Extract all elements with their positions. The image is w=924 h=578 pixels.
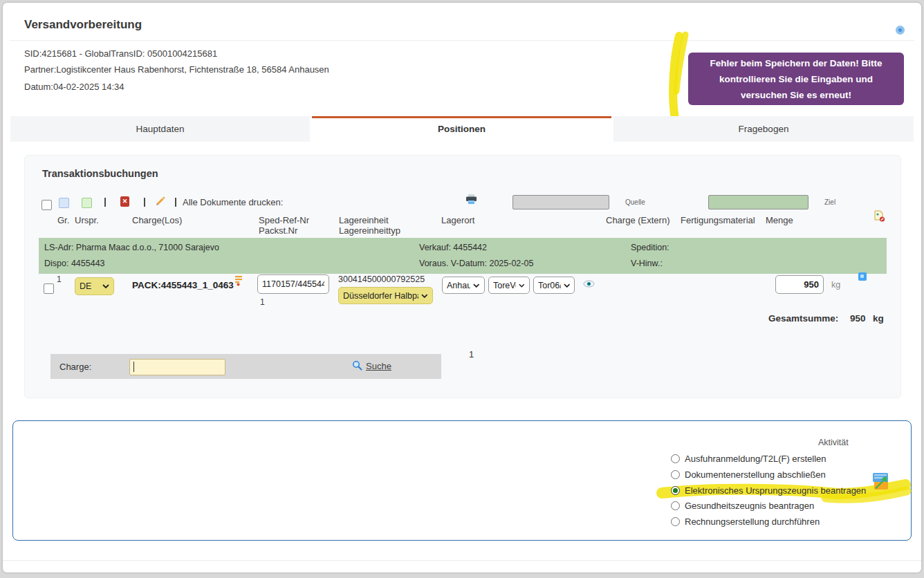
export-document-icon[interactable] bbox=[869, 469, 893, 493]
print-all-label: Alle Dokumente drucken: bbox=[183, 197, 283, 207]
col-charge-los: Charge(Los) bbox=[132, 215, 182, 225]
radio-label-gesundheitszeugnis[interactable]: Gesundheitszeugnis beantragen bbox=[685, 501, 814, 511]
toolbar-separator bbox=[104, 198, 106, 207]
chevron-down-icon bbox=[473, 283, 480, 288]
lagereinheittyp-select[interactable]: Düsseldorfer Halbpa bbox=[338, 287, 433, 304]
radio-label-ausfuhranmeldung[interactable]: Ausfuhranmeldung/T2L(F) erstellen bbox=[685, 454, 826, 464]
info-icon[interactable] bbox=[896, 26, 905, 35]
lagerort-select-1-value: Anhau bbox=[447, 281, 470, 290]
group-header-row: LS-Adr: Pharma Maac d.o.o., 71000 Saraje… bbox=[39, 238, 887, 274]
quelle-input[interactable] bbox=[512, 195, 609, 209]
total-value: 950 bbox=[850, 313, 866, 324]
text-cursor bbox=[133, 362, 134, 372]
partner-line: Partner:Logistikcenter Haus Rabenhorst, … bbox=[24, 64, 329, 75]
col-lagereinheittyp: Lagereinheittyp bbox=[339, 225, 400, 236]
kg-info-icon[interactable] bbox=[858, 272, 867, 281]
lagerort-select-2-value: ToreVe bbox=[493, 281, 516, 290]
chevron-down-icon bbox=[102, 284, 109, 288]
edit-pencil-icon[interactable] bbox=[155, 195, 165, 205]
toolbar-separator bbox=[175, 198, 176, 207]
search-icon[interactable] bbox=[352, 360, 362, 371]
group-dispo: Dispo: 4455443 bbox=[44, 259, 105, 268]
row-packst-nr: 1 bbox=[260, 297, 265, 307]
radio-rechnungserstellung[interactable] bbox=[671, 517, 680, 526]
printer-icon[interactable] bbox=[465, 194, 477, 205]
quelle-label: Quelle bbox=[625, 198, 645, 206]
group-spedition: Spedition: bbox=[631, 243, 669, 252]
row-checkbox[interactable] bbox=[44, 283, 54, 294]
radio-ausfuhranmeldung[interactable] bbox=[671, 454, 680, 463]
chevron-down-icon bbox=[519, 283, 525, 288]
menge-input[interactable] bbox=[775, 275, 824, 294]
ziel-label: Ziel bbox=[824, 198, 835, 206]
eye-icon[interactable] bbox=[583, 280, 595, 288]
lagereinheittyp-select-value: Düsseldorfer Halbpa bbox=[343, 291, 418, 301]
col-sped-ref-nr: Sped-Ref-Nr bbox=[259, 215, 309, 225]
radio-label-rechnungserstellung[interactable]: Rechnungserstellung durchführen bbox=[685, 516, 820, 527]
row-charge-los: PACK:4455443_1_0463 bbox=[132, 280, 234, 290]
footer-divider bbox=[3, 560, 921, 561]
select-all-checkbox[interactable] bbox=[41, 200, 52, 210]
sid-line: SID:4215681 - GlobalTransID: 05001004215… bbox=[24, 48, 217, 59]
toolbar-separator bbox=[144, 198, 145, 207]
row-gr-value: 1 bbox=[57, 274, 62, 284]
radio-dokumentenerstellung[interactable] bbox=[671, 470, 680, 479]
charge-search-bar: Charge: Suche bbox=[50, 354, 441, 379]
total-unit: kg bbox=[873, 313, 884, 324]
row-lagereinheit: 300414500000792525 bbox=[338, 274, 425, 284]
col-charge-extern: Charge (Extern) bbox=[606, 215, 669, 225]
chevron-down-icon bbox=[421, 294, 428, 298]
tab-hauptdaten[interactable]: Hauptdaten bbox=[10, 116, 310, 142]
error-toast: Fehler beim Speichern der Daten! Bitte k… bbox=[688, 53, 904, 105]
col-urspr: Urspr. bbox=[75, 215, 99, 225]
delete-icon[interactable]: ✕ bbox=[120, 196, 129, 207]
tab-positionen[interactable]: Positionen bbox=[312, 116, 611, 142]
group-ls-adr: LS-Adr: Pharma Maac d.o.o., 71000 Saraje… bbox=[44, 243, 219, 252]
pagination-page-1[interactable]: 1 bbox=[469, 349, 474, 360]
radio-label-dokumentenerstellung[interactable]: Dokumentenerstellung abschließen bbox=[685, 469, 826, 480]
lagerort-select-3[interactable]: Tor06/ bbox=[533, 277, 575, 294]
col-gr: Gr. bbox=[57, 215, 69, 225]
activity-panel: Aktivität Ausfuhranmeldung/T2L(F) erstel… bbox=[12, 420, 912, 541]
urspr-select-value: DE bbox=[80, 281, 91, 291]
total-label: Gesamtsumme: bbox=[768, 313, 838, 324]
col-menge: Menge bbox=[766, 215, 793, 225]
select-green-icon[interactable] bbox=[82, 198, 92, 208]
group-voraus-v-datum: Voraus. V-Datum: 2025-02-05 bbox=[419, 259, 533, 268]
ziel-input[interactable] bbox=[708, 195, 808, 209]
radio-gesundheitszeugnis[interactable] bbox=[671, 501, 680, 510]
document-cancel-icon[interactable] bbox=[874, 210, 885, 223]
tab-fragebogen[interactable]: Fragebogen bbox=[613, 116, 914, 142]
col-packst-nr: Packst.Nr bbox=[259, 225, 297, 236]
charge-search-input[interactable] bbox=[129, 359, 225, 375]
page: Versandvorbereitung SID:4215681 - Global… bbox=[3, 3, 921, 572]
col-lagerort: Lagerort bbox=[441, 215, 474, 225]
lagerort-select-3-value: Tor06/ bbox=[538, 281, 561, 290]
activity-label: Aktivität bbox=[818, 438, 849, 447]
datum-line: Datum:04-02-2025 14:34 bbox=[24, 82, 124, 92]
sped-ref-input[interactable] bbox=[257, 274, 329, 294]
urspr-select[interactable]: DE bbox=[75, 277, 114, 295]
radio-elektronisches-ursprungszeugnis[interactable] bbox=[671, 486, 680, 495]
chevron-down-icon bbox=[564, 283, 570, 288]
select-blue-icon[interactable] bbox=[59, 198, 69, 208]
note-icon[interactable] bbox=[235, 275, 243, 286]
suche-link[interactable]: Suche bbox=[366, 361, 391, 371]
lagerort-select-2[interactable]: ToreVe bbox=[488, 277, 530, 294]
col-lagereinheit: Lagereinheit bbox=[339, 215, 389, 225]
menge-unit-label: kg bbox=[831, 280, 840, 290]
lagerort-select-1[interactable]: Anhau bbox=[442, 277, 485, 294]
transactions-panel: Transaktionsbuchungen ✕ Alle Dokumente d… bbox=[24, 155, 901, 398]
page-title: Versandvorbereitung bbox=[24, 18, 142, 32]
group-verkauf: Verkauf: 4455442 bbox=[419, 243, 487, 252]
charge-search-label: Charge: bbox=[59, 362, 91, 372]
col-fertigungsmaterial: Fertigungsmaterial bbox=[681, 215, 755, 225]
transactions-title: Transaktionsbuchungen bbox=[42, 168, 158, 179]
group-v-hinw: V-Hinw.: bbox=[631, 259, 663, 268]
radio-label-elektronisches-ursprungszeugnis[interactable]: Elektronisches Ursprungszeugnis beantrag… bbox=[685, 485, 866, 496]
header-divider bbox=[10, 40, 914, 41]
